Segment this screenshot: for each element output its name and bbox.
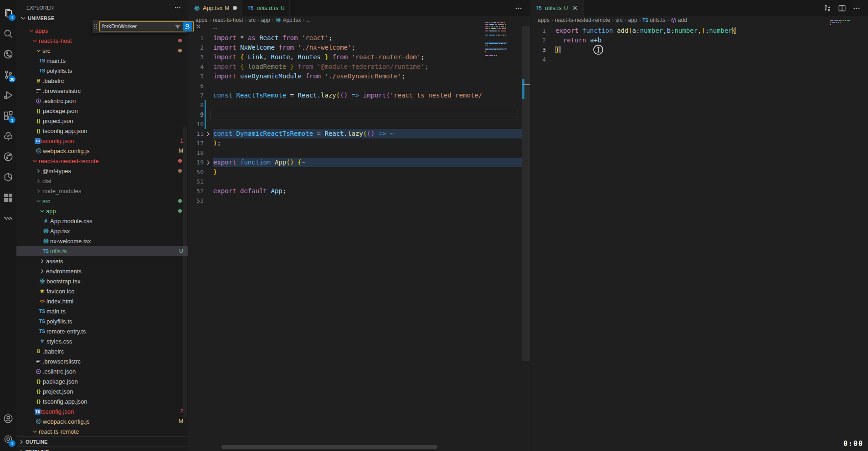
breadcrumb-apps[interactable]: apps bbox=[538, 17, 550, 23]
tree-item-browserslistrc[interactable]: .browserslistrc bbox=[16, 86, 188, 96]
breadcrumb-app[interactable]: app bbox=[261, 17, 270, 23]
code-line[interactable]: 6 bbox=[188, 81, 522, 91]
overview-ruler-left[interactable] bbox=[522, 24, 530, 451]
tree-item-webpack-config-js[interactable]: webpack.config.jsM bbox=[16, 416, 188, 426]
tree-item-eslintrc-json[interactable]: .eslintrc.json bbox=[16, 96, 188, 106]
tree-item-nx-welcome-tsx[interactable]: nx-welcome.tsx bbox=[16, 236, 188, 246]
tree-item-dist[interactable]: dist bbox=[16, 176, 188, 186]
tree-item-environments[interactable]: environments bbox=[16, 266, 188, 276]
code-line[interactable]: 4import { loadRemote } from '@module-fed… bbox=[188, 62, 522, 72]
tab-utils-d-ts[interactable]: TSutils.d.tsU bbox=[242, 0, 289, 16]
breadcrumb-app[interactable]: app bbox=[628, 17, 637, 23]
activity-extension-wave[interactable] bbox=[0, 208, 16, 228]
tree-item-babelrc[interactable]: B.babelrc bbox=[16, 346, 188, 356]
breadcrumb-apps[interactable]: apps bbox=[195, 17, 207, 23]
activity-testing[interactable] bbox=[0, 126, 16, 146]
timeline-section-header[interactable]: TIMELINE bbox=[16, 446, 188, 451]
code-line[interactable]: ⋯ bbox=[188, 24, 522, 33]
tree-item-mf-types[interactable]: @mf-types bbox=[16, 166, 188, 176]
code-line[interactable]: 11const DynamicReactTsRemote = React.laz… bbox=[188, 129, 522, 138]
activity-nx-console[interactable] bbox=[0, 167, 16, 187]
tree-item-assets[interactable]: assets bbox=[16, 256, 188, 266]
tab-app-tsx[interactable]: App.tsxM bbox=[188, 0, 242, 16]
tree-item-styles-css[interactable]: #styles.css bbox=[16, 336, 188, 346]
tree-item-tsconfig-json[interactable]: TStsconfig.json2 bbox=[16, 406, 188, 416]
activity-run-and-debug[interactable] bbox=[0, 85, 16, 105]
code-line[interactable]: 7const ReactTsRemote = React.lazy(() => … bbox=[188, 91, 522, 100]
activity-extensions[interactable]: 3 bbox=[0, 105, 16, 126]
activity-accounts[interactable] bbox=[0, 408, 16, 429]
tree-item-babelrc[interactable]: B.babelrc bbox=[16, 76, 188, 86]
tree-item-polyfills-ts[interactable]: TSpolyfills.ts bbox=[16, 66, 188, 76]
tree-item-eslintrc-json[interactable]: .eslintrc.json bbox=[16, 366, 188, 376]
drag-handle-icon[interactable] bbox=[93, 23, 98, 30]
activity-extension-panel[interactable] bbox=[0, 187, 16, 208]
code-line[interactable]: 18 bbox=[188, 148, 522, 158]
vertical-scrollbar[interactable] bbox=[522, 26, 530, 361]
activity-git-graph[interactable] bbox=[0, 44, 16, 64]
tree-item-webpack-config-js[interactable]: webpack.config.jsM bbox=[16, 146, 188, 156]
code-line[interactable]: 51 bbox=[188, 177, 522, 186]
tab-utils-ts[interactable]: TSutils.tsU bbox=[530, 0, 584, 16]
tree-item-tsconfig-json[interactable]: TStsconfig.json1 bbox=[16, 136, 188, 146]
tree-item-browserslistrc[interactable]: .browserslistrc bbox=[16, 356, 188, 366]
tree-item-polyfills-ts[interactable]: TSpolyfills.ts bbox=[16, 316, 188, 326]
outline-section-header[interactable]: OUTLINE bbox=[16, 436, 188, 447]
explorer-more-icon[interactable] bbox=[174, 4, 181, 11]
code-line[interactable]: 5import useDynamicModule from './useDyna… bbox=[188, 72, 522, 81]
tree-item-react-ts-remote[interactable]: react-ts-remote bbox=[16, 426, 188, 436]
code-line[interactable]: 9 bbox=[188, 110, 522, 119]
code-line[interactable]: 2import NxWelcome from './nx-welcome'; bbox=[188, 43, 522, 52]
tree-item-src[interactable]: src bbox=[16, 46, 188, 56]
activity-remote-graph[interactable] bbox=[0, 146, 16, 167]
horizontal-scrollbar[interactable] bbox=[221, 445, 437, 449]
dirty-indicator[interactable] bbox=[233, 6, 237, 10]
tree-item-favicon-ico[interactable]: ★favicon.ico bbox=[16, 286, 188, 296]
breadcrumb-src[interactable]: src bbox=[616, 17, 623, 23]
code-line[interactable]: 8 bbox=[188, 100, 522, 110]
tree-item-main-ts[interactable]: TSmain.ts bbox=[16, 56, 188, 66]
code-line[interactable]: 52export default App; bbox=[188, 186, 522, 196]
code-line[interactable]: 1export function add(a:number,b:number,)… bbox=[530, 26, 868, 36]
fold-chevron-icon[interactable] bbox=[205, 159, 211, 165]
tree-item-utils-ts[interactable]: TSutils.tsU bbox=[16, 246, 188, 256]
tree-item-project-json[interactable]: {}project.json bbox=[16, 116, 188, 126]
more-icon[interactable] bbox=[853, 4, 861, 12]
code-line[interactable]: 19export function App() {⋯ bbox=[188, 158, 522, 167]
tree-item-remote-entry-ts[interactable]: TSremote-entry.ts bbox=[16, 326, 188, 336]
tree-item-app-tsx[interactable]: App.tsx bbox=[16, 226, 188, 236]
code-line[interactable]: 1import * as React from 'react'; bbox=[188, 33, 522, 43]
tree-item-app[interactable]: app bbox=[16, 206, 188, 216]
tree-item-package-json[interactable]: {}package.json bbox=[16, 376, 188, 386]
tree-item-index-html[interactable]: <>index.html bbox=[16, 296, 188, 306]
activity-explorer[interactable]: 1 bbox=[0, 3, 16, 23]
tree-item-tsconfig-app-json[interactable]: {}tsconfig.app.json bbox=[16, 126, 188, 136]
sidebar-scrollbar[interactable] bbox=[183, 127, 187, 418]
tree-item-react-ts-nested-remote[interactable]: react-ts-nested-remote bbox=[16, 156, 188, 166]
tree-item-bootstrap-tsx[interactable]: bootstrap.tsx bbox=[16, 276, 188, 286]
fuzzy-search-toggle[interactable] bbox=[183, 22, 192, 31]
breadcrumb-react-ts-nested-remote[interactable]: react-ts-nested-remote bbox=[555, 17, 610, 23]
find-close-icon[interactable] bbox=[195, 23, 202, 30]
tree-item-src[interactable]: src bbox=[16, 196, 188, 206]
code-line[interactable]: 17); bbox=[188, 138, 522, 148]
code-area-right[interactable]: 1export function add(a:number,b:number,)… bbox=[530, 26, 868, 64]
breadcrumb-src[interactable]: src bbox=[248, 17, 256, 23]
tree-item-project-json[interactable]: {}project.json bbox=[16, 386, 188, 396]
swap-icon[interactable] bbox=[823, 4, 832, 12]
breadcrumb-react-ts-host[interactable]: react-ts-host bbox=[213, 17, 243, 23]
tab-close-icon[interactable] bbox=[572, 5, 579, 11]
code-line[interactable]: 10 bbox=[188, 119, 522, 129]
more-icon[interactable] bbox=[514, 4, 523, 12]
code-line[interactable]: 3} bbox=[530, 45, 868, 55]
activity-search[interactable] bbox=[0, 23, 16, 44]
breadcrumb-app-tsx[interactable]: App.tsx bbox=[275, 17, 301, 23]
split-icon[interactable] bbox=[838, 4, 846, 12]
tree-item-main-ts[interactable]: TSmain.ts bbox=[16, 306, 188, 316]
tree-item-react-ts-host[interactable]: react-ts-host bbox=[16, 36, 188, 46]
code-line[interactable]: 53 bbox=[188, 196, 522, 205]
filter-icon[interactable] bbox=[174, 22, 182, 31]
fold-chevron-icon[interactable] bbox=[205, 131, 211, 137]
code-line[interactable]: 3import { Link, Route, Routes } from 're… bbox=[188, 52, 522, 62]
breadcrumb-[interactable]: ... bbox=[306, 17, 311, 23]
